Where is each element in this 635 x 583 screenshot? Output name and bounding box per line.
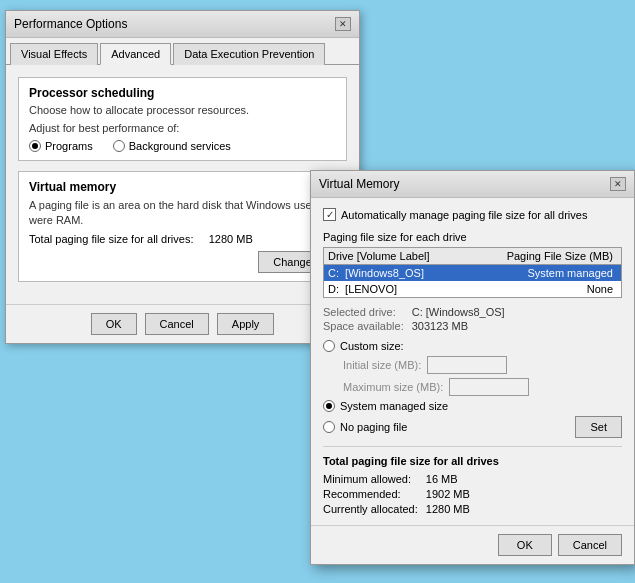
vm-window-title: Virtual Memory	[319, 177, 399, 191]
drive-row-d[interactable]: D: [LENOVO] None	[324, 281, 621, 297]
virtual-memory-window: Virtual Memory ✕ ✓ Automatically manage …	[310, 170, 635, 565]
vm-total-text: Total paging file size for all drives: 1…	[29, 233, 336, 245]
background-radio-circle	[113, 140, 125, 152]
programs-radio-circle	[29, 140, 41, 152]
virtual-memory-section: Virtual memory A paging file is an area …	[18, 171, 347, 282]
processor-adjust-label: Adjust for best performance of:	[29, 122, 336, 134]
currently-allocated-value: 1280 MB	[426, 503, 622, 515]
vm-window-controls: ✕	[610, 177, 626, 191]
total-section-title: Total paging file size for all drives	[323, 455, 622, 467]
programs-radio[interactable]: Programs	[29, 140, 93, 152]
auto-manage-checkbox[interactable]: ✓	[323, 208, 336, 221]
perf-cancel-button[interactable]: Cancel	[145, 313, 209, 335]
no-paging-label: No paging file	[340, 421, 407, 433]
initial-size-label: Initial size (MB):	[343, 359, 421, 371]
perf-ok-button[interactable]: OK	[91, 313, 137, 335]
custom-size-radio-circle	[323, 340, 335, 352]
drive-table: Drive [Volume Label] Paging File Size (M…	[323, 247, 622, 298]
change-btn-row: Change...	[29, 251, 336, 273]
currently-allocated-label: Currently allocated:	[323, 503, 418, 515]
no-paging-radio[interactable]: No paging file	[323, 421, 407, 433]
perf-window-title: Performance Options	[14, 17, 127, 31]
vm-close-button[interactable]: ✕	[610, 177, 626, 191]
system-managed-radio-circle	[323, 400, 335, 412]
perf-bottom-buttons: OK Cancel Apply	[6, 304, 359, 343]
perf-tabs: Visual Effects Advanced Data Execution P…	[6, 38, 359, 65]
tab-visual-effects[interactable]: Visual Effects	[10, 43, 98, 65]
vm-ok-button[interactable]: OK	[498, 534, 552, 556]
total-info-grid: Minimum allowed: 16 MB Recommended: 1902…	[323, 473, 622, 515]
space-available-label: Space available:	[323, 320, 404, 332]
drive-row-c[interactable]: C: [Windows8_OS] System managed	[324, 265, 621, 281]
programs-label: Programs	[45, 140, 93, 152]
background-radio[interactable]: Background services	[113, 140, 231, 152]
vm-total-label: Total paging file size for all drives:	[29, 233, 193, 245]
drive-c-label: C: [Windows8_OS]	[328, 267, 471, 279]
system-managed-label: System managed size	[340, 400, 448, 412]
paging-section-title: Paging file size for each drive	[323, 231, 622, 243]
background-label: Background services	[129, 140, 231, 152]
processor-section-desc: Choose how to allocate processor resourc…	[29, 104, 336, 116]
selected-drive-label: Selected drive:	[323, 306, 404, 318]
selected-drive-value: C: [Windows8_OS]	[412, 306, 622, 318]
vm-bottom-buttons: OK Cancel	[311, 525, 634, 564]
separator	[323, 446, 622, 447]
vm-total-value: 1280 MB	[209, 233, 253, 245]
vm-window-content: ✓ Automatically manage paging file size …	[311, 198, 634, 525]
perf-tab-content: Processor scheduling Choose how to alloc…	[6, 65, 359, 304]
auto-manage-label: Automatically manage paging file size fo…	[341, 209, 587, 221]
tab-advanced[interactable]: Advanced	[100, 43, 171, 65]
drive-table-header: Drive [Volume Label] Paging File Size (M…	[324, 248, 621, 265]
space-available-value: 303123 MB	[412, 320, 622, 332]
no-paging-row: No paging file Set	[323, 416, 622, 438]
drive-col-header: Drive [Volume Label]	[328, 250, 471, 262]
drive-d-size: None	[471, 283, 618, 295]
maximum-size-row: Maximum size (MB):	[323, 378, 622, 396]
drive-d-label: D: [LENOVO]	[328, 283, 471, 295]
tab-dep[interactable]: Data Execution Prevention	[173, 43, 325, 65]
perf-apply-button[interactable]: Apply	[217, 313, 275, 335]
processor-scheduling-section: Processor scheduling Choose how to alloc…	[18, 77, 347, 161]
selected-drive-info: Selected drive: C: [Windows8_OS] Space a…	[323, 306, 622, 332]
perf-close-button[interactable]: ✕	[335, 17, 351, 31]
initial-size-input[interactable]	[427, 356, 507, 374]
system-managed-radio[interactable]: System managed size	[323, 400, 622, 412]
maximum-size-input[interactable]	[449, 378, 529, 396]
initial-size-row: Initial size (MB):	[323, 356, 622, 374]
recommended-value: 1902 MB	[426, 488, 622, 500]
minimum-value: 16 MB	[426, 473, 622, 485]
minimum-label: Minimum allowed:	[323, 473, 418, 485]
paging-size-col-header: Paging File Size (MB)	[471, 250, 618, 262]
performance-options-window: Performance Options ✕ Visual Effects Adv…	[5, 10, 360, 344]
vm-window-titlebar: Virtual Memory ✕	[311, 171, 634, 198]
recommended-label: Recommended:	[323, 488, 418, 500]
vm-description: A paging file is an area on the hard dis…	[29, 198, 336, 229]
processor-section-title: Processor scheduling	[29, 86, 336, 100]
custom-size-radio[interactable]: Custom size:	[323, 340, 622, 352]
auto-manage-row[interactable]: ✓ Automatically manage paging file size …	[323, 208, 622, 221]
drive-c-size: System managed	[471, 267, 618, 279]
vm-cancel-button[interactable]: Cancel	[558, 534, 622, 556]
vm-section-title: Virtual memory	[29, 180, 336, 194]
custom-size-label: Custom size:	[340, 340, 404, 352]
perf-window-titlebar: Performance Options ✕	[6, 11, 359, 38]
maximum-size-label: Maximum size (MB):	[343, 381, 443, 393]
perf-window-controls: ✕	[335, 17, 351, 31]
set-button[interactable]: Set	[575, 416, 622, 438]
processor-radio-group: Programs Background services	[29, 140, 336, 152]
no-paging-radio-circle	[323, 421, 335, 433]
